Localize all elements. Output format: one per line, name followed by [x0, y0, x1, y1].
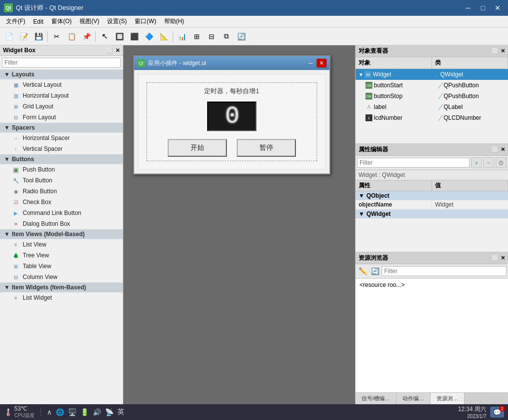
object-inspector-close[interactable]: ✕	[501, 48, 505, 54]
widget-item-dialog-button-box[interactable]: ✕ Dialog Button Box	[0, 218, 123, 229]
res-pencil-button[interactable]: ✏️	[357, 266, 368, 277]
cpu-temp: 53℃	[14, 405, 35, 412]
resource-browser-close[interactable]: ✕	[501, 255, 505, 261]
horizontal-layout-icon: ▥	[12, 92, 20, 100]
widget-item-list-widget[interactable]: ≡ List Widget	[0, 292, 123, 303]
widget-item-h-spacer[interactable]: ↔ Horizontal Spacer	[0, 133, 123, 143]
battery-icon[interactable]: 🔋	[80, 408, 89, 416]
widget-window-titlebar[interactable]: Qt 应用小插件 - widget.ui ─ ✕	[134, 56, 329, 70]
tree-row-button-start[interactable]: OK buttonStart ╱ QPushButton	[356, 80, 508, 91]
widget-item-vertical-layout[interactable]: ▦ Vertical Layout	[0, 79, 123, 90]
toolbar-layout1[interactable]: 📊	[175, 30, 189, 43]
col-class: 类	[432, 57, 508, 69]
widget-item-v-spacer[interactable]: ↕ Vertical Spacer	[0, 143, 123, 154]
widget-box-close[interactable]: ✕	[115, 47, 120, 54]
property-editor-close[interactable]: ✕	[501, 146, 505, 153]
tab-signals[interactable]: 信号/槽编…	[356, 393, 397, 404]
notification-button[interactable]: 💬 2	[490, 407, 504, 418]
widget-item-table-view[interactable]: ⊞ Table View	[0, 261, 123, 272]
menu-edit[interactable]: Edit	[29, 17, 47, 26]
maximize-button[interactable]: □	[476, 3, 489, 13]
property-editor-float[interactable]: ⬜	[492, 146, 499, 153]
widget-item-grid-layout[interactable]: ⊞ Grid Layout	[0, 101, 123, 112]
cpu-label: CPU温度	[14, 412, 35, 419]
widget-item-radio-button[interactable]: ◉ Radio Button	[0, 186, 123, 197]
toolbar-pointer[interactable]: ↖	[98, 30, 111, 43]
widget-item-tool-button[interactable]: 🔧 Tool Button	[0, 175, 123, 186]
tree-row-button-stop[interactable]: OK buttonStop ╱ QPushButton	[356, 91, 508, 102]
prop-config-button[interactable]: ⚙	[496, 157, 507, 168]
property-filter-input[interactable]	[357, 158, 470, 168]
toolbar-connect[interactable]: ⬛	[127, 30, 141, 43]
widget-box-float[interactable]: ⬜	[107, 47, 113, 54]
widget-item-push-button[interactable]: ▣ Push Button	[0, 164, 123, 175]
menu-settings[interactable]: 设置(S)	[103, 16, 131, 27]
toolbar-refresh[interactable]: 🔄	[234, 30, 248, 43]
resource-browser-float[interactable]: ⬜	[492, 255, 499, 261]
toolbar-taborder[interactable]: 📐	[157, 30, 171, 43]
globe-icon[interactable]: 🌐	[56, 408, 64, 416]
category-item-widgets[interactable]: ▼ Item Widgets (Item-Based)	[0, 282, 123, 292]
toolbar-layout3[interactable]: ⊟	[205, 30, 218, 43]
pause-button[interactable]: 暂停	[237, 139, 296, 157]
start-button[interactable]: 开始	[168, 139, 227, 157]
widget-window-close[interactable]: ✕	[317, 59, 327, 68]
resource-browser: 资源浏览器 ⬜ ✕ ✏️ 🔄 <resource roo...> 信号/槽编… …	[356, 252, 508, 404]
tree-row-lcd[interactable]: 1 lcdNumber ╱ QLCDNumber	[356, 112, 508, 123]
toolbar-open[interactable]: 📝	[17, 30, 31, 43]
screen-icon[interactable]: 🖥️	[68, 408, 76, 416]
widget-window-minimize[interactable]: ─	[306, 59, 316, 68]
close-button[interactable]: ✕	[491, 3, 504, 13]
widget-item-check-box[interactable]: ☑ Check Box	[0, 197, 123, 208]
widget-item-command-link[interactable]: ▶ Command Link Button	[0, 208, 123, 218]
res-refresh-button[interactable]: 🔄	[369, 266, 380, 277]
widget-item-list-view[interactable]: ≡ List View	[0, 239, 123, 250]
res-filter-input[interactable]	[382, 266, 507, 276]
toolbar-new[interactable]: 📄	[2, 30, 16, 43]
toolbar-paste[interactable]: 📌	[79, 30, 93, 43]
lang-indicator[interactable]: 英	[117, 408, 124, 417]
widget-item-horizontal-layout[interactable]: ▥ Horizontal Layout	[0, 90, 123, 101]
toolbar-buddy[interactable]: 🔷	[142, 30, 156, 43]
toolbar-copy[interactable]: 📋	[65, 30, 78, 43]
prop-remove-button[interactable]: −	[483, 157, 494, 168]
tab-actions[interactable]: 动作编…	[397, 393, 431, 404]
menu-window[interactable]: 窗口(W)	[131, 16, 160, 27]
canvas-area[interactable]: Qt 应用小插件 - widget.ui ─ ✕ 定时器，每秒自增1 0 开始 …	[123, 45, 355, 404]
toolbar-layout2[interactable]: ⊞	[190, 30, 204, 43]
res-toolbar: ✏️ 🔄	[356, 264, 508, 279]
tree-view-icon: 🌲	[12, 251, 20, 259]
object-inspector-float[interactable]: ⬜	[492, 48, 499, 54]
category-layouts[interactable]: ▼ Layouts	[0, 70, 123, 79]
toolbar-save[interactable]: 💾	[32, 30, 45, 43]
bluetooth-icon[interactable]: 📡	[105, 408, 113, 416]
minimize-button[interactable]: ─	[462, 3, 474, 13]
notification-badge: 2	[499, 406, 505, 412]
prop-add-button[interactable]: +	[471, 157, 482, 168]
menu-help[interactable]: 帮助(H)	[160, 16, 188, 27]
menu-file[interactable]: 文件(F)	[2, 16, 29, 27]
check-box-icon: ☑	[12, 198, 20, 206]
tree-row-widget[interactable]: ▼ W Widget ╱ QWidget	[356, 69, 508, 80]
menu-view[interactable]: 视图(V)	[75, 16, 103, 27]
prop-row-objectname[interactable]: objectName Widget	[356, 200, 508, 210]
menu-form[interactable]: 窗体(O)	[47, 16, 75, 27]
widget-item-column-view[interactable]: ⊟ Column View	[0, 272, 123, 282]
category-item-views[interactable]: ▼ Item Views (Model-Based)	[0, 229, 123, 239]
widget-item-form-layout[interactable]: ⊟ Form Layout	[0, 112, 123, 123]
widget-item-tree-view[interactable]: 🌲 Tree View	[0, 250, 123, 261]
volume-icon[interactable]: 🔊	[93, 408, 101, 416]
toolbar-widget[interactable]: 🔲	[112, 30, 126, 43]
toolbar-cut[interactable]: ✂	[50, 30, 64, 43]
tree-row-label[interactable]: A label ╱ QLabel	[356, 102, 508, 112]
widget-filter-input[interactable]	[2, 58, 121, 68]
app-icon: Qt	[4, 3, 13, 12]
prop-section-qobject[interactable]: ▼ QObject	[356, 191, 508, 200]
res-item-root[interactable]: <resource roo...>	[358, 280, 506, 289]
toolbar-layout4[interactable]: ⧉	[219, 30, 233, 43]
prop-section-qwidget[interactable]: ▼ QWidget	[356, 210, 508, 218]
category-spacers[interactable]: ▼ Spacers	[0, 123, 123, 133]
chevron-up-icon[interactable]: ∧	[47, 408, 52, 416]
resource-browser-controls: ⬜ ✕	[492, 255, 505, 261]
category-buttons[interactable]: ▼ Buttons	[0, 154, 123, 164]
